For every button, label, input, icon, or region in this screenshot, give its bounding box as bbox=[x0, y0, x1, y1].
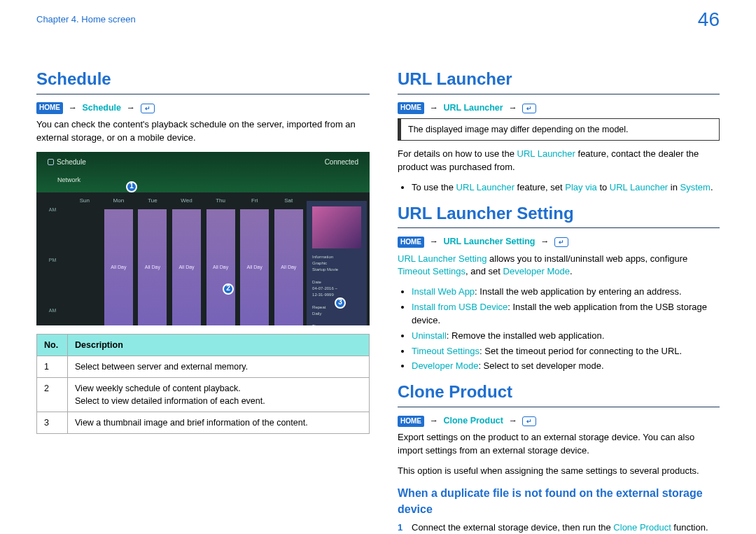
schedule-hours: AM PM AM bbox=[36, 192, 69, 325]
arrow-icon: → bbox=[505, 416, 520, 426]
rule bbox=[398, 94, 720, 94]
list-item: To use the URL Launcher feature, set Pla… bbox=[412, 181, 720, 195]
col-left: Schedule HOME → Schedule → ↵ You can che… bbox=[36, 67, 370, 534]
rule bbox=[36, 94, 370, 94]
url-launcher-setting-title: URL Launcher Setting bbox=[398, 202, 720, 226]
list-item: Timeout Settings: Set the timeout period… bbox=[412, 345, 720, 358]
note-box: The displayed image may differ depending… bbox=[398, 118, 720, 141]
uls-items: Install Web App: Install the web applica… bbox=[398, 286, 720, 373]
list-item: Install Web App: Install the web applica… bbox=[412, 286, 720, 299]
home-badge: HOME bbox=[398, 416, 424, 428]
url-launcher-para: For details on how to use the URL Launch… bbox=[398, 148, 720, 174]
chapter-label: Chapter 4. Home screen bbox=[36, 13, 136, 27]
network-label: Network bbox=[57, 176, 80, 185]
callout-2: 2 bbox=[223, 283, 234, 295]
enter-icon: ↵ bbox=[141, 104, 155, 113]
schedule-body: AM PM AM Sun MonAll Day TueAll Day WedAl… bbox=[36, 192, 370, 325]
col-right: URL Launcher HOME → URL Launcher → ↵ The… bbox=[398, 67, 720, 534]
list-item: Developer Mode: Select to set developer … bbox=[412, 360, 720, 373]
home-badge: HOME bbox=[36, 102, 63, 114]
clone-product-title: Clone Product bbox=[398, 380, 720, 405]
url-launcher-bullet: To use the URL Launcher feature, set Pla… bbox=[398, 181, 720, 195]
arrow-icon: → bbox=[426, 103, 441, 113]
connected-label: Connected bbox=[325, 157, 358, 168]
schedule-table: No. Description 1 Select between server … bbox=[36, 334, 370, 435]
clone-steps: 1 Connect the external storage device, t… bbox=[398, 521, 720, 534]
callout-1: 1 bbox=[126, 181, 137, 192]
page-header: Chapter 4. Home screen 46 bbox=[0, 0, 756, 39]
info-lines: Information bbox=[307, 254, 367, 260]
schedule-ui-title: Schedule bbox=[48, 157, 86, 168]
th-desc: Description bbox=[68, 334, 370, 356]
arrow-icon: → bbox=[65, 103, 80, 113]
schedule-nav-path: HOME → Schedule → ↵ bbox=[36, 101, 370, 114]
table-row: 1 Select between server and external mem… bbox=[37, 356, 370, 377]
arrow-icon: → bbox=[426, 416, 441, 426]
url-launcher-title: URL Launcher bbox=[398, 67, 720, 92]
th-no: No. bbox=[37, 334, 68, 356]
callout-3: 3 bbox=[335, 297, 346, 309]
clone-p2: This option is useful when assigning the… bbox=[398, 465, 720, 478]
home-badge: HOME bbox=[398, 102, 424, 114]
clone-nav: HOME → Clone Product → ↵ bbox=[398, 414, 720, 427]
schedule-step: Schedule bbox=[82, 103, 121, 113]
uls-para: URL Launcher Setting allows you to insta… bbox=[398, 253, 720, 279]
schedule-top-bar: Schedule Connected Network 1 bbox=[36, 152, 370, 192]
schedule-screenshot: Schedule Connected Network 1 AM PM AM Su… bbox=[36, 152, 370, 325]
arrow-icon: → bbox=[124, 103, 139, 113]
arrow-icon: → bbox=[426, 237, 441, 246]
uls-nav: HOME → URL Launcher Setting → ↵ bbox=[398, 235, 720, 248]
thumbnail bbox=[312, 206, 361, 248]
list-item: 1 Connect the external storage device, t… bbox=[398, 521, 720, 534]
rule bbox=[398, 227, 720, 228]
schedule-intro: You can check the content's playback sch… bbox=[36, 118, 370, 145]
clone-subhead: When a duplicate file is not found on th… bbox=[398, 485, 720, 517]
enter-icon: ↵ bbox=[522, 104, 536, 113]
rule bbox=[398, 407, 720, 407]
page-number: 46 bbox=[698, 6, 720, 34]
arrow-icon: → bbox=[505, 103, 520, 113]
home-badge: HOME bbox=[398, 237, 424, 248]
clone-p1: Export settings on the product to an ext… bbox=[398, 431, 720, 458]
page-body: Schedule HOME → Schedule → ↵ You can che… bbox=[0, 39, 756, 534]
enter-icon: ↵ bbox=[554, 237, 568, 247]
url-launcher-nav: HOME → URL Launcher → ↵ bbox=[398, 101, 720, 114]
schedule-title: Schedule bbox=[36, 67, 370, 92]
clock-icon bbox=[48, 159, 54, 165]
list-item: Uninstall: Remove the installed web appl… bbox=[412, 330, 720, 343]
schedule-grid: Sun MonAll Day TueAll Day WedAll Day Thu… bbox=[69, 192, 370, 325]
list-item: Install from USB Device: Install the web… bbox=[412, 301, 720, 328]
arrow-icon: → bbox=[538, 237, 552, 246]
table-row: 2 View weekly schedule of content playba… bbox=[37, 377, 370, 412]
enter-icon: ↵ bbox=[522, 416, 536, 426]
table-row: 3 View a thumbnail image and brief infor… bbox=[37, 412, 370, 434]
